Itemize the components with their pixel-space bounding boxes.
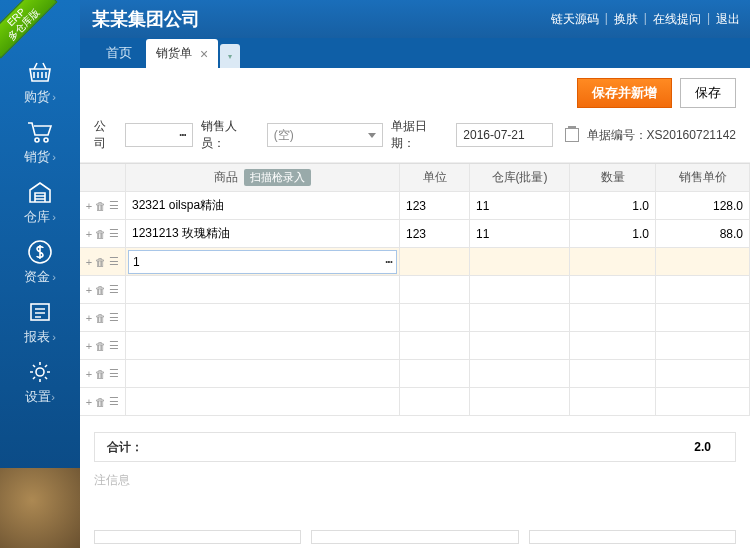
sidebar-item-purchase[interactable]: 购货 (0, 50, 80, 110)
warehouse-cell[interactable]: 11 (470, 192, 570, 219)
row-ops: +🗑☰ (80, 304, 126, 331)
calendar-icon[interactable] (565, 128, 579, 142)
tab-add-button[interactable] (220, 44, 240, 68)
svg-point-0 (35, 138, 39, 142)
trash-icon[interactable]: 🗑 (95, 396, 106, 408)
plus-icon[interactable]: + (86, 312, 92, 324)
chevron-down-icon (368, 133, 376, 138)
row-ops: +🗑☰ (80, 192, 126, 219)
plus-icon[interactable]: + (86, 256, 92, 268)
sidebar: 购货 销货 仓库 资金 报表 (0, 0, 80, 548)
save-and-new-button[interactable]: 保存并新增 (577, 78, 672, 108)
qty-cell[interactable]: 1.0 (570, 220, 656, 247)
ellipsis-icon: ··· (179, 128, 186, 142)
row-ops: +🗑☰ (80, 388, 126, 415)
sidebar-item-funds[interactable]: 资金 (0, 230, 80, 290)
list-icon[interactable]: ☰ (109, 311, 119, 324)
totals-row: 合计： 2.0 (94, 432, 736, 462)
basket-icon (24, 58, 56, 86)
list-icon[interactable]: ☰ (109, 339, 119, 352)
cart-icon (24, 118, 56, 146)
unit-cell[interactable]: 123 (400, 220, 470, 247)
plus-icon[interactable]: + (86, 284, 92, 296)
table-row-empty: +🗑☰ (80, 360, 750, 388)
warehouse-cell[interactable]: 11 (470, 220, 570, 247)
company-label: 公司 (94, 118, 117, 152)
row-ops: +🗑☰ (80, 248, 126, 275)
qty-cell[interactable] (570, 248, 656, 275)
salesperson-label: 销售人员： (201, 118, 259, 152)
warehouse-header[interactable]: 仓库(批量) (470, 164, 570, 191)
filter-row: 公司 ··· 销售人员： (空) 单据日期： 2016-07-21 单据编号：X… (80, 114, 750, 163)
tab-home[interactable]: 首页 (92, 38, 146, 68)
trash-icon[interactable]: 🗑 (95, 228, 106, 240)
company-picker[interactable]: ··· (125, 123, 193, 147)
top-links: 链天源码| 换肤| 在线提问| 退出 (551, 11, 740, 28)
close-icon[interactable]: × (200, 46, 208, 62)
price-header: 销售单价 (656, 164, 750, 191)
qty-cell[interactable]: 1.0 (570, 192, 656, 219)
salesperson-select[interactable]: (空) (267, 123, 383, 147)
remarks-input[interactable]: 注信息 (80, 462, 750, 489)
dollar-icon (24, 238, 56, 266)
action-row: 保存并新增 保存 (80, 68, 750, 114)
sidebar-label: 销货 (24, 148, 50, 166)
list-icon[interactable]: ☰ (109, 199, 119, 212)
plus-icon[interactable]: + (86, 340, 92, 352)
list-icon[interactable]: ☰ (109, 367, 119, 380)
product-input-cell: 1 ··· 1231213 玫瑰精油 32321 oilspa精油 123 小不… (126, 248, 400, 275)
link-source[interactable]: 链天源码 (551, 11, 599, 28)
list-icon[interactable]: ☰ (109, 283, 119, 296)
save-button[interactable]: 保存 (680, 78, 736, 108)
product-cell[interactable]: 1231213 玫瑰精油 (126, 220, 400, 247)
warehouse-cell[interactable] (470, 248, 570, 275)
totals-label: 合计： (95, 439, 155, 456)
plus-icon[interactable]: + (86, 368, 92, 380)
sidebar-label: 报表 (24, 328, 50, 346)
unit-cell[interactable] (400, 248, 470, 275)
link-ask[interactable]: 在线提问 (653, 11, 701, 28)
row-ops: +🗑☰ (80, 360, 126, 387)
unit-cell[interactable]: 123 (400, 192, 470, 219)
list-icon[interactable]: ☰ (109, 395, 119, 408)
link-skin[interactable]: 换肤 (614, 11, 638, 28)
sidebar-item-reports[interactable]: 报表 (0, 290, 80, 350)
trash-icon[interactable]: 🗑 (95, 368, 106, 380)
list-icon[interactable]: ☰ (109, 227, 119, 240)
trash-icon[interactable]: 🗑 (95, 256, 106, 268)
link-logout[interactable]: 退出 (716, 11, 740, 28)
svg-point-4 (36, 368, 44, 376)
sidebar-decor (0, 468, 80, 548)
date-input[interactable]: 2016-07-21 (456, 123, 553, 147)
trash-icon[interactable]: 🗑 (95, 340, 106, 352)
price-cell[interactable]: 128.0 (656, 192, 750, 219)
product-input-value: 1 (133, 255, 140, 269)
ellipsis-icon[interactable]: ··· (385, 255, 392, 269)
sidebar-label: 购货 (24, 88, 50, 106)
trash-icon[interactable]: 🗑 (95, 200, 106, 212)
product-input[interactable]: 1 ··· (128, 250, 397, 274)
list-icon[interactable]: ☰ (109, 255, 119, 268)
salesperson-value: (空) (274, 127, 364, 144)
sidebar-item-settings[interactable]: 设置 (0, 350, 80, 410)
plus-icon[interactable]: + (86, 200, 92, 212)
table-row-empty: +🗑☰ (80, 332, 750, 360)
tab-sales-order[interactable]: 销货单 × (146, 39, 218, 68)
scan-entry-button[interactable]: 扫描枪录入 (244, 169, 311, 186)
table-row: +🗑☰ 32321 oilspa精油 123 11 1.0 128.0 (80, 192, 750, 220)
date-label: 单据日期： (391, 118, 449, 152)
price-cell[interactable]: 88.0 (656, 220, 750, 247)
gear-icon (24, 358, 56, 386)
sidebar-item-warehouse[interactable]: 仓库 (0, 170, 80, 230)
doc-number: 单据编号：XS20160721142 (587, 127, 736, 144)
sidebar-item-sales[interactable]: 销货 (0, 110, 80, 170)
price-cell[interactable] (656, 248, 750, 275)
sidebar-label: 设置 (25, 389, 51, 404)
report-icon (24, 298, 56, 326)
table-row-empty: +🗑☰ (80, 304, 750, 332)
plus-icon[interactable]: + (86, 396, 92, 408)
plus-icon[interactable]: + (86, 228, 92, 240)
trash-icon[interactable]: 🗑 (95, 284, 106, 296)
product-cell[interactable]: 32321 oilspa精油 (126, 192, 400, 219)
trash-icon[interactable]: 🗑 (95, 312, 106, 324)
